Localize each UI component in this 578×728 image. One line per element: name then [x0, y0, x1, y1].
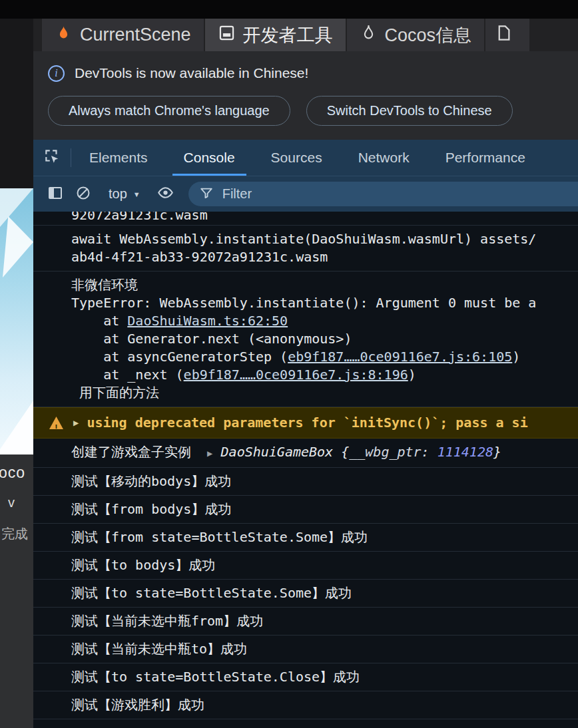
game-scene-preview — [0, 188, 33, 455]
console-text: at _next ( — [71, 367, 184, 383]
eye-icon — [157, 184, 174, 204]
console-message-text: 测试【to state=BottleState.Close】成功 — [71, 668, 573, 686]
stack-source-link[interactable]: DaoShuiWasm.ts:62:50 — [127, 313, 288, 329]
sidebar-panel-icon — [47, 185, 63, 204]
console-text: TypeError: WebAssembly.instantiate(): Ar… — [71, 295, 536, 311]
clipped-text: v — [8, 495, 33, 510]
console-message: 测试【from state=BottleState.Some】成功 — [33, 524, 578, 552]
console-text: await WebAssembly.instantiate(DaoShuiWas… — [71, 231, 536, 247]
devtools-window-icon — [218, 24, 236, 47]
console-warning-message: !▶using deprecated parameters for `initS… — [33, 407, 578, 439]
infobar-message: DevTools is now available in Chinese! — [75, 65, 308, 81]
console-log: 92072a91231c.wasmawait WebAssembly.insta… — [33, 212, 578, 728]
warning-icon: ! — [49, 417, 63, 429]
console-text: ) — [408, 367, 416, 383]
console-message-text: using deprecated parameters for `initSyn… — [87, 414, 573, 432]
console-message: 测试【to state=BottleState.Close】成功 — [33, 663, 578, 691]
console-toolbar: top ▼ — [33, 176, 578, 212]
console-text: 测试【当前未选中瓶to】成功 — [71, 641, 247, 657]
console-message-text: 测试【游戏胜利】成功 — [71, 696, 573, 714]
window-tab-label: 开发者工具 — [243, 23, 333, 47]
console-text: : — [422, 444, 437, 460]
expand-arrow-icon[interactable]: ▶ — [207, 448, 212, 458]
console-message: 测试【当前未选中瓶to】成功 — [33, 636, 578, 663]
inspect-element-button[interactable] — [33, 140, 71, 176]
console-message: 测试【from bodys】成功 — [33, 496, 578, 524]
console-message-text: 测试【当前未选中瓶from】成功 — [71, 612, 573, 630]
tab-current-scene[interactable]: CurrentScene — [42, 19, 204, 51]
console-text: 测试【to state=BottleState.Some】成功 — [71, 585, 352, 601]
console-text: 1114128 — [437, 444, 493, 460]
devtools-tabbar: Elements Console Sources Network Perform… — [33, 140, 578, 176]
console-text: at asyncGeneratorStep ( — [71, 349, 288, 365]
tab-performance[interactable]: Performance — [428, 140, 543, 176]
console-text: ab4d-4f21-ab33-92072a91231c.wasm — [71, 249, 328, 265]
console-message: 测试【to state=BottleState.Some】成功 — [33, 580, 578, 608]
console-message: await WebAssembly.instantiate(DaoShuiWas… — [33, 226, 578, 272]
editor-background-strip: oco v 完成 — [0, 19, 33, 728]
console-text: 测试【to state=BottleState.Close】成功 — [71, 669, 360, 685]
filter-box[interactable] — [188, 182, 578, 206]
crane-wing-shape — [3, 216, 33, 277]
console-text: __wbg_ptr — [349, 444, 421, 460]
console-message-text: 测试【移动的bodys】成功 — [71, 472, 573, 490]
language-infobar: i DevTools is now available in Chinese! … — [33, 51, 578, 140]
console-text: 92072a91231c.wasm — [71, 212, 208, 223]
console-message: 非微信环境TypeError: WebAssembly.instantiate(… — [33, 272, 578, 407]
tab-network[interactable]: Network — [340, 140, 428, 176]
screen: oco v 完成 CurrentScene 开发者工具 — [0, 0, 578, 728]
context-selector[interactable]: top ▼ — [98, 186, 151, 202]
editor-dark-area — [0, 19, 33, 188]
console-message: 92072a91231c.wasm — [33, 212, 578, 226]
console-message: 测试【游戏胜利】成功 — [33, 691, 578, 719]
flame-icon — [55, 24, 73, 47]
console-text: 用下面的方法 — [71, 385, 159, 401]
devtools-window: CurrentScene 开发者工具 Cocos信息 — [33, 19, 578, 728]
filter-input[interactable] — [221, 186, 578, 202]
console-message-text: 非微信环境TypeError: WebAssembly.instantiate(… — [71, 276, 573, 402]
console-text: 测试【from state=BottleState.Some】成功 — [71, 529, 368, 545]
console-message-text: 测试【from bodys】成功 — [71, 500, 573, 518]
chevron-down-icon: ▼ — [133, 190, 141, 198]
info-icon: i — [48, 65, 65, 82]
tab-elements[interactable]: Elements — [71, 140, 166, 176]
tab-console[interactable]: Console — [166, 140, 253, 176]
console-text: 非微信环境 — [71, 277, 138, 293]
context-selector-value: top — [109, 186, 127, 202]
console-message-text: 测试【from state=BottleState.Some】成功 — [71, 528, 573, 546]
cloud-shape — [0, 188, 33, 227]
match-language-button[interactable]: Always match Chrome's language — [48, 96, 290, 126]
stack-source-link[interactable]: eb9f187……0ce09116e7.js:6:105 — [288, 349, 512, 365]
inspect-cursor-icon — [43, 148, 61, 168]
console-message-text: 测试【to state=BottleState.Some】成功 — [71, 584, 573, 602]
filter-funnel-icon — [199, 186, 214, 203]
clear-console-button[interactable] — [69, 180, 97, 208]
console-message-text: await WebAssembly.instantiate(DaoShuiWas… — [71, 230, 573, 266]
tab-cocos-info[interactable]: Cocos信息 — [347, 19, 485, 51]
console-text: 测试【当前未选中瓶from】成功 — [71, 613, 263, 629]
stack-source-link[interactable]: eb9f187……0ce09116e7.js:8:196 — [184, 367, 408, 383]
expand-arrow-icon[interactable]: ▶ — [73, 414, 79, 432]
crane-wing-shape — [0, 363, 33, 455]
clipped-text: oco — [0, 464, 33, 482]
document-icon — [495, 24, 513, 47]
topbar — [0, 0, 578, 19]
live-expression-button[interactable] — [152, 180, 180, 208]
clear-icon — [75, 185, 91, 204]
tab-devtools[interactable]: 开发者工具 — [205, 19, 346, 51]
console-text: 创建了游戏盒子实例 — [71, 444, 207, 460]
clipped-text: 完成 — [1, 525, 33, 543]
console-message: 测试【移动的bodys】成功 — [33, 468, 578, 496]
console-message-text: 测试【to bodys】成功 — [71, 556, 573, 574]
tab-extra[interactable] — [485, 19, 529, 51]
console-text: using deprecated parameters for `initSyn… — [87, 415, 527, 431]
switch-to-chinese-button[interactable]: Switch DevTools to Chinese — [306, 96, 513, 126]
console-text — [213, 444, 221, 460]
editor-panel-clipped: oco v 完成 — [0, 455, 33, 728]
tab-sources[interactable]: Sources — [253, 140, 340, 176]
console-text: 测试【移动的bodys】成功 — [71, 473, 231, 489]
window-tab-label: Cocos信息 — [385, 23, 472, 47]
toggle-sidebar-button[interactable] — [41, 180, 69, 208]
console-text: 测试【from bodys】成功 — [71, 501, 231, 517]
console-text: ) — [512, 349, 520, 365]
